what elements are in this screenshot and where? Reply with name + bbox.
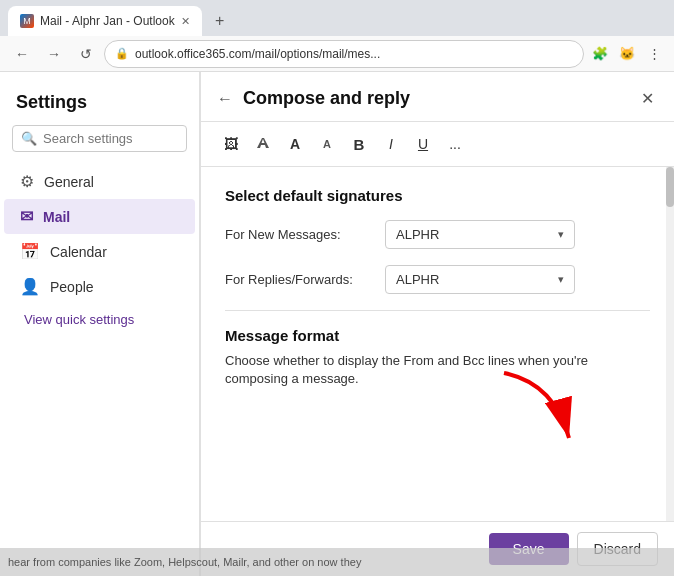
forward-button[interactable]: → [40, 40, 68, 68]
lock-icon: 🔒 [115, 47, 129, 60]
back-button[interactable]: ← [8, 40, 36, 68]
tab-favicon: M [20, 14, 34, 28]
bold-button[interactable]: B [345, 130, 373, 158]
sidebar: Settings 🔍 ⚙ General ✉ Mail 📅 Calendar 👤… [0, 72, 200, 576]
signatures-section-label: Select default signatures [225, 187, 650, 204]
menu-icon[interactable]: ⋮ [642, 42, 666, 66]
extensions-icon[interactable]: 🧩 [588, 42, 612, 66]
panel-header: ← Compose and reply ✕ [201, 72, 674, 122]
sidebar-item-people[interactable]: 👤 People [4, 269, 195, 304]
mail-label: Mail [43, 209, 70, 225]
calendar-icon: 📅 [20, 242, 40, 261]
address-text: outlook.office365.com/mail/options/mail/… [135, 47, 573, 61]
calendar-label: Calendar [50, 244, 107, 260]
image-button[interactable]: 🖼 [217, 130, 245, 158]
replies-value: ALPHR [396, 272, 439, 287]
tab-title: Mail - Alphr Jan - Outlook [40, 14, 175, 28]
general-icon: ⚙ [20, 172, 34, 191]
format-button[interactable] [249, 130, 277, 158]
replies-row: For Replies/Forwards: ALPHR ▾ [225, 265, 650, 294]
search-input[interactable] [43, 131, 178, 146]
search-icon: 🔍 [21, 131, 37, 146]
panel-close-button[interactable]: ✕ [641, 89, 654, 108]
tab-bar: M Mail - Alphr Jan - Outlook ✕ + [0, 0, 674, 36]
compose-reply-panel: ← Compose and reply ✕ 🖼 A A B I U ... Se… [200, 72, 674, 576]
replies-label: For Replies/Forwards: [225, 272, 385, 287]
people-label: People [50, 279, 94, 295]
sidebar-item-calendar[interactable]: 📅 Calendar [4, 234, 195, 269]
more-options-button[interactable]: ... [441, 130, 469, 158]
scrollbar-track[interactable] [666, 167, 674, 521]
italic-button[interactable]: I [377, 130, 405, 158]
font-size-button[interactable]: A [281, 130, 309, 158]
mail-icon: ✉ [20, 207, 33, 226]
nav-icons: 🧩 🐱 ⋮ [588, 42, 666, 66]
underline-button[interactable]: U [409, 130, 437, 158]
bottom-overlay-text: hear from companies like Zoom, Helpscout… [8, 556, 361, 568]
quick-settings-label: View quick settings [24, 312, 134, 327]
profile-icon[interactable]: 🐱 [615, 42, 639, 66]
browser-chrome: M Mail - Alphr Jan - Outlook ✕ + ← → ↺ 🔒… [0, 0, 674, 72]
formatting-toolbar: 🖼 A A B I U ... [201, 122, 674, 167]
nav-bar: ← → ↺ 🔒 outlook.office365.com/mail/optio… [0, 36, 674, 72]
scrollbar-thumb[interactable] [666, 167, 674, 207]
quick-settings-link[interactable]: View quick settings [4, 304, 195, 335]
panel-content: Select default signatures For New Messag… [201, 167, 674, 521]
search-box[interactable]: 🔍 [12, 125, 187, 152]
app-container: Settings 🔍 ⚙ General ✉ Mail 📅 Calendar 👤… [0, 72, 674, 576]
message-format-title: Message format [225, 327, 650, 344]
tab-close-button[interactable]: ✕ [181, 15, 190, 28]
people-icon: 👤 [20, 277, 40, 296]
settings-title: Settings [0, 84, 199, 125]
new-messages-chevron-icon: ▾ [558, 228, 564, 241]
replies-select[interactable]: ALPHR ▾ [385, 265, 575, 294]
panel-title: Compose and reply [243, 88, 631, 109]
panel-back-button[interactable]: ← [217, 90, 233, 108]
new-messages-label: For New Messages: [225, 227, 385, 242]
refresh-button[interactable]: ↺ [72, 40, 100, 68]
new-tab-button[interactable]: + [206, 7, 234, 35]
bottom-overlay-bar: hear from companies like Zoom, Helpscout… [0, 548, 674, 576]
new-messages-value: ALPHR [396, 227, 439, 242]
address-bar[interactable]: 🔒 outlook.office365.com/mail/options/mai… [104, 40, 584, 68]
message-format-desc: Choose whether to display the From and B… [225, 352, 650, 388]
new-messages-select[interactable]: ALPHR ▾ [385, 220, 575, 249]
sidebar-item-general[interactable]: ⚙ General [4, 164, 195, 199]
font-size-down-button[interactable]: A [313, 130, 341, 158]
new-messages-row: For New Messages: ALPHR ▾ [225, 220, 650, 249]
active-tab[interactable]: M Mail - Alphr Jan - Outlook ✕ [8, 6, 202, 36]
sidebar-item-mail[interactable]: ✉ Mail [4, 199, 195, 234]
replies-chevron-icon: ▾ [558, 273, 564, 286]
general-label: General [44, 174, 94, 190]
section-divider [225, 310, 650, 311]
